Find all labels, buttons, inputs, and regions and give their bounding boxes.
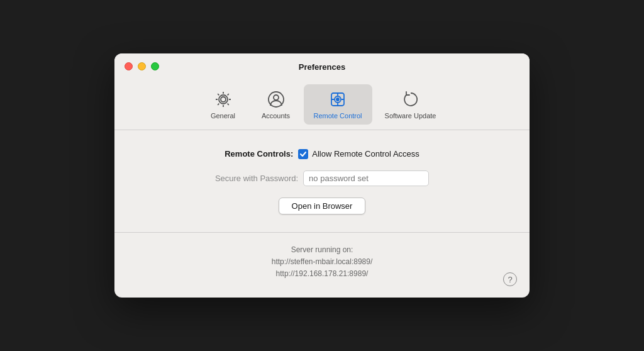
toolbar: General Accounts [114, 79, 530, 130]
server-url2: http://192.168.178.21:8989/ [140, 268, 504, 280]
svg-point-0 [221, 97, 226, 102]
tab-general[interactable]: General [198, 84, 248, 125]
allow-checkbox[interactable] [298, 149, 308, 159]
close-button[interactable] [125, 62, 133, 70]
titlebar: Preferences [114, 53, 530, 79]
tab-accounts[interactable]: Accounts [251, 84, 301, 125]
content-area: Remote Controls: Allow Remote Control Ac… [114, 130, 530, 232]
preferences-window: Preferences General A [114, 53, 530, 298]
window-title: Preferences [299, 62, 345, 79]
tab-remote-control[interactable]: Remote Control [304, 84, 372, 125]
help-button[interactable]: ? [503, 272, 517, 286]
button-row: Open in Browser [140, 198, 504, 214]
open-in-browser-button[interactable]: Open in Browser [279, 198, 366, 214]
remote-control-icon [328, 89, 348, 109]
minimize-button[interactable] [138, 62, 146, 70]
traffic-lights [125, 62, 159, 70]
svg-point-6 [336, 98, 339, 101]
person-icon [266, 89, 286, 109]
password-row: Secure with Password: [140, 170, 504, 186]
bottom-section: Server running on: http://steffen-mbair.… [114, 232, 530, 298]
update-icon [401, 89, 421, 109]
tab-software-update-label: Software Update [385, 112, 436, 120]
allow-checkbox-wrapper[interactable]: Allow Remote Control Access [298, 149, 419, 159]
svg-point-3 [274, 95, 279, 100]
allow-label: Allow Remote Control Access [312, 149, 419, 159]
gear-icon [213, 89, 233, 109]
tab-software-update[interactable]: Software Update [375, 84, 447, 125]
server-url1: http://steffen-mbair.local:8989/ [140, 256, 504, 268]
server-info: Server running on: http://steffen-mbair.… [140, 244, 504, 281]
tab-remote-control-label: Remote Control [314, 112, 362, 120]
password-input[interactable] [303, 170, 429, 186]
maximize-button[interactable] [151, 62, 159, 70]
remote-controls-row: Remote Controls: Allow Remote Control Ac… [140, 149, 504, 159]
remote-controls-label: Remote Controls: [225, 149, 293, 159]
tab-general-label: General [211, 112, 235, 120]
secure-label: Secure with Password: [215, 174, 298, 183]
tab-accounts-label: Accounts [262, 112, 290, 120]
server-running-label: Server running on: [140, 244, 504, 256]
